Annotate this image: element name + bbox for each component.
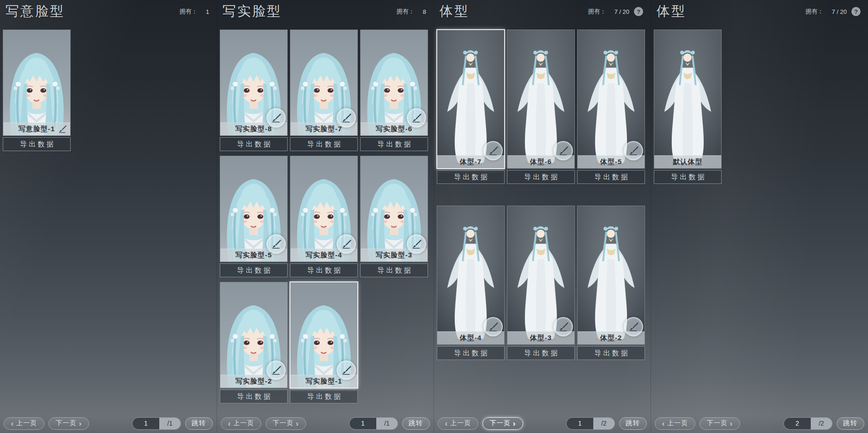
current-page-input[interactable]: 1	[567, 418, 593, 429]
preset-label: 默认体型	[673, 158, 703, 166]
preset-card[interactable]: 默认体型	[654, 30, 722, 169]
preset-card[interactable]: 写实脸型-1	[290, 282, 358, 388]
panel-4-body: 体型 拥有： 7 / 20 ?	[651, 0, 868, 433]
export-data-button[interactable]: 导出数据	[220, 390, 288, 403]
panel-header: 体型 拥有： 7 / 20 ?	[654, 0, 865, 21]
panel-2-face: 写实脸型 拥有： 8	[217, 0, 434, 433]
export-data-button[interactable]: 导出数据	[360, 263, 428, 277]
brush-icon	[407, 108, 426, 128]
preset-card[interactable]: 写实脸型-7	[290, 30, 358, 136]
brush-icon	[554, 141, 573, 160]
export-data-button[interactable]: 导出数据	[290, 137, 358, 151]
next-page-button[interactable]: 下一页 ›	[699, 417, 740, 430]
preset-cell: 体型-6 导出数据	[507, 30, 575, 184]
pagination-bar: ‹ 上一页 下一页 › 1 /2 跳转	[438, 417, 647, 430]
preset-grid: 写意脸型-1 导出数据	[3, 30, 214, 151]
owned-label: 拥有：	[805, 7, 823, 16]
export-data-button[interactable]: 导出数据	[220, 137, 288, 151]
owned-label: 拥有：	[180, 7, 198, 16]
preset-card[interactable]: 写实脸型-4	[290, 156, 358, 262]
help-icon[interactable]: ?	[851, 7, 861, 16]
preset-card[interactable]: 体型-6	[507, 30, 575, 169]
brush-icon	[624, 141, 643, 160]
preset-card[interactable]: 写实脸型-6	[360, 30, 428, 136]
current-page-input[interactable]: 1	[133, 418, 159, 429]
next-page-button[interactable]: 下一页 ›	[48, 417, 89, 430]
preset-card[interactable]: 体型-5	[577, 30, 645, 169]
preset-label: 写实脸型-1	[306, 377, 342, 386]
chevron-left-icon: ‹	[445, 420, 448, 427]
owned-label: 拥有：	[588, 7, 606, 16]
prev-page-button[interactable]: ‹ 上一页	[655, 417, 695, 430]
pagination-bar: ‹ 上一页 下一页 › 1 /1 跳转	[4, 417, 213, 430]
page-indicator: 1 /2	[566, 417, 615, 430]
preset-cell: 体型-4 导出数据	[437, 206, 505, 360]
total-pages-label: /1	[376, 418, 398, 429]
export-data-button[interactable]: 导出数据	[437, 170, 505, 184]
panel-title: 体型	[440, 2, 469, 21]
preset-label: 写实脸型-4	[306, 251, 342, 260]
page-indicator: 2 /2	[784, 417, 832, 430]
preset-card[interactable]: 写实脸型-2	[220, 282, 288, 388]
total-pages-label: /1	[159, 418, 181, 429]
jump-page-button[interactable]: 跳转	[185, 417, 213, 430]
preset-card[interactable]: 写实脸型-3	[360, 156, 428, 262]
preset-card[interactable]: 体型-2	[577, 206, 645, 345]
prev-page-button[interactable]: ‹ 上一页	[4, 417, 44, 430]
export-data-button[interactable]: 导出数据	[507, 346, 575, 360]
preset-cell: 体型-3 导出数据	[507, 206, 575, 360]
export-data-button[interactable]: 导出数据	[220, 263, 288, 277]
export-data-button[interactable]: 导出数据	[360, 137, 428, 151]
jump-page-button[interactable]: 跳转	[619, 417, 647, 430]
export-data-button[interactable]: 导出数据	[290, 263, 358, 277]
export-data-button[interactable]: 导出数据	[437, 346, 505, 360]
preset-cell: 写意脸型-1 导出数据	[3, 30, 71, 151]
current-page-input[interactable]: 1	[350, 418, 376, 429]
panel-1-face: 写意脸型 拥有： 1	[0, 0, 217, 433]
export-data-button[interactable]: 导出数据	[654, 170, 722, 184]
panel-title: 体型	[657, 2, 686, 21]
next-page-button[interactable]: 下一页 ›	[265, 417, 306, 430]
export-data-button[interactable]: 导出数据	[507, 170, 575, 184]
chevron-left-icon: ‹	[11, 420, 14, 427]
export-data-button[interactable]: 导出数据	[577, 346, 645, 360]
preset-label: 写实脸型-7	[306, 125, 342, 134]
export-data-button[interactable]: 导出数据	[3, 137, 71, 151]
preset-cell: 默认体型 导出数据	[654, 30, 722, 184]
preset-manager-screen: 写意脸型 拥有： 1	[0, 0, 868, 433]
preset-grid: 体型-7 导出数据	[437, 30, 648, 360]
export-data-button[interactable]: 导出数据	[577, 170, 645, 184]
jump-page-button[interactable]: 跳转	[402, 417, 430, 430]
preset-cell: 写实脸型-1 导出数据	[290, 282, 358, 403]
current-page-input[interactable]: 2	[784, 418, 811, 429]
preset-card[interactable]: 写实脸型-8	[220, 30, 288, 136]
next-page-button[interactable]: 下一页 ›	[482, 417, 523, 430]
preset-label: 体型-7	[460, 158, 482, 166]
help-icon[interactable]: ?	[634, 7, 643, 16]
preset-label: 体型-3	[530, 334, 552, 342]
preset-cell: 写实脸型-5 导出数据	[220, 156, 288, 277]
preset-label: 写意脸型-1	[18, 125, 55, 134]
preset-cell: 体型-2 导出数据	[577, 206, 645, 360]
brush-icon	[337, 360, 356, 380]
owned-counter: 拥有： 8	[397, 7, 426, 16]
brush-icon	[266, 108, 286, 128]
prev-page-button[interactable]: ‹ 上一页	[438, 417, 478, 430]
brush-icon	[57, 124, 68, 134]
prev-page-button[interactable]: ‹ 上一页	[221, 417, 261, 430]
pagination-bar: ‹ 上一页 下一页 › 2 /2 跳转	[655, 417, 864, 430]
owned-counter: 拥有： 7 / 20 ?	[805, 7, 861, 16]
preset-card[interactable]: 写意脸型-1	[3, 30, 71, 136]
preset-card[interactable]: 体型-7	[437, 30, 505, 169]
export-data-button[interactable]: 导出数据	[290, 390, 358, 403]
panel-title: 写实脸型	[223, 2, 282, 21]
preset-card[interactable]: 体型-3	[507, 206, 575, 345]
preset-cell: 体型-7 导出数据	[437, 30, 505, 184]
total-pages-label: /2	[593, 418, 615, 429]
preset-card[interactable]: 体型-4	[437, 206, 505, 345]
preset-card[interactable]: 写实脸型-5	[220, 156, 288, 262]
chevron-right-icon: ›	[513, 420, 516, 427]
jump-page-button[interactable]: 跳转	[837, 417, 864, 430]
preset-cell: 写实脸型-6 导出数据	[360, 30, 428, 151]
preset-label: 写实脸型-6	[376, 125, 412, 134]
